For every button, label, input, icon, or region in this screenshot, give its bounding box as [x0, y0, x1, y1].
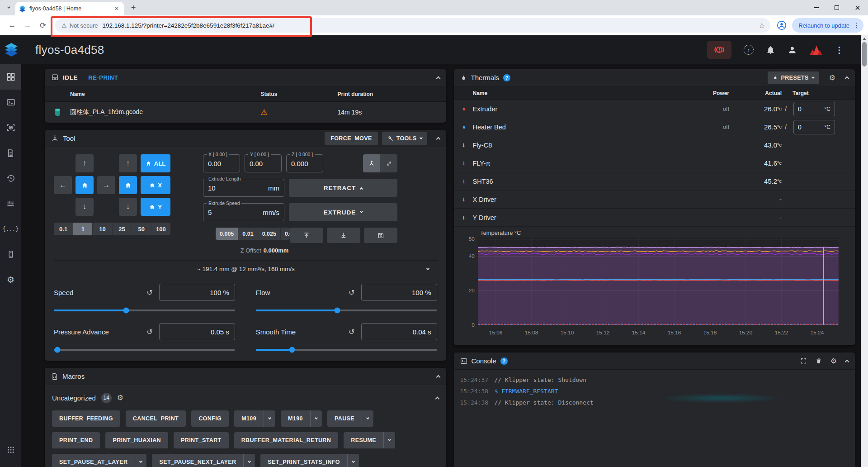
update-icon[interactable]: ↑	[744, 45, 754, 55]
user-icon[interactable]	[788, 45, 797, 55]
home-z-button[interactable]	[119, 176, 137, 194]
brand-logo-icon[interactable]	[809, 44, 823, 55]
thermals-settings-gear-icon[interactable]: ⚙	[829, 74, 835, 81]
z-offset-up-icon[interactable]	[290, 228, 323, 243]
sidebar-item-configure[interactable]: {...}	[0, 216, 21, 242]
target-value[interactable]: 0	[798, 105, 825, 113]
target-temperature-input[interactable]: 0°C	[793, 102, 835, 116]
forward-icon[interactable]: →	[21, 19, 34, 32]
jog-y-minus-button[interactable]: ↓	[75, 198, 94, 216]
sidebar-item-console[interactable]	[0, 90, 21, 115]
reset-icon[interactable]: ↺	[349, 288, 354, 297]
home-x-button[interactable]: X	[141, 176, 170, 194]
thermal-row[interactable]: Fly-C843.0°c	[454, 136, 855, 154]
status-panel-header[interactable]: IDLE RE-PRINT	[45, 69, 446, 86]
thermal-row[interactable]: Extruderoff26.0°c/0°C	[454, 100, 855, 118]
console-output[interactable]: 15:24:37// Klipper state: Shutdown15:24:…	[454, 370, 855, 467]
thermal-row[interactable]: SHT3645.2°c	[454, 172, 855, 191]
sidebar-item-dashboard[interactable]	[0, 64, 21, 90]
app-logo[interactable]	[4, 43, 19, 57]
collapse-icon[interactable]	[436, 137, 440, 142]
extrude-button[interactable]: EXTRUDE	[289, 203, 397, 221]
increment-option[interactable]: 0.1	[54, 223, 73, 235]
browser-menu-icon[interactable]: ⋮	[853, 21, 860, 29]
target-temperature-input[interactable]: 0°C	[793, 120, 835, 134]
sidebar-item-preview[interactable]	[0, 115, 21, 140]
jog-x-plus-button[interactable]: →	[97, 176, 115, 194]
increment-option[interactable]: 25	[113, 223, 132, 235]
slider-thumb[interactable]	[335, 308, 340, 314]
extrude-length-field[interactable]: Extrude Length 10 mm	[203, 179, 284, 197]
extrude-speed-field[interactable]: Extrude Speed 5 mm/s	[203, 203, 284, 221]
macro-dropdown-icon[interactable]	[383, 432, 395, 448]
browser-tab[interactable]: flyos-0a4d58 | Home ✕	[15, 2, 124, 15]
collapse-icon[interactable]	[436, 375, 440, 380]
macro-button[interactable]: BUFFER_FEEDING	[52, 410, 120, 427]
reset-icon[interactable]: ↺	[146, 288, 152, 297]
slider-thumb[interactable]	[289, 347, 295, 353]
scrollbar-up-arrow[interactable]	[863, 38, 866, 40]
overflow-menu-icon[interactable]: ⋮	[835, 45, 844, 55]
macro-button[interactable]: PRINT_END	[52, 432, 100, 448]
slider-value-input[interactable]: 100 %	[159, 284, 235, 301]
console-panel-header[interactable]: Console ? ⚙	[454, 353, 855, 370]
home-y-button[interactable]: Y	[141, 198, 170, 216]
jog-y-plus-button[interactable]: ↑	[75, 154, 94, 172]
not-secure-chip[interactable]: ⚠ Not secure	[61, 22, 98, 29]
increment-option[interactable]: 100	[151, 223, 170, 235]
increment-option[interactable]: 50	[132, 223, 151, 235]
collapse-icon[interactable]	[845, 76, 849, 81]
window-close-button[interactable]: ✕	[847, 0, 868, 15]
collapse-icon[interactable]	[845, 360, 849, 364]
thermal-row[interactable]: Y Driver-	[454, 209, 855, 227]
bookmark-star-icon[interactable]: ☆	[759, 21, 765, 30]
fullscreen-icon[interactable]	[800, 357, 807, 364]
sidebar-item-tune[interactable]	[0, 191, 21, 216]
emergency-stop-button[interactable]	[707, 41, 731, 59]
slider-track[interactable]	[256, 349, 437, 351]
slider-track[interactable]	[54, 310, 235, 311]
macro-dropdown-icon[interactable]	[264, 410, 275, 427]
url-text[interactable]: 192.168.1.125/?printer=24282e5f2b8e6591e…	[103, 22, 759, 29]
z-offset-save-icon[interactable]	[364, 228, 397, 243]
macro-dropdown-icon[interactable]	[310, 410, 322, 427]
collapse-icon[interactable]	[436, 76, 440, 81]
presets-button[interactable]: PRESETS	[768, 71, 819, 84]
window-minimize-button[interactable]	[806, 0, 826, 15]
z-offset-option[interactable]: 0.01	[238, 228, 258, 240]
table-row[interactable]: 圆柱体_PLA_1h9m.gcode ⚠ 14m 19s	[45, 102, 446, 123]
macro-settings-gear-icon[interactable]: ⚙	[117, 394, 123, 401]
macro-button[interactable]: SET_PAUSE_NEXT_LAYER	[152, 454, 255, 467]
increment-option[interactable]: 1	[73, 223, 93, 235]
apps-grid-icon[interactable]	[0, 437, 21, 462]
thermals-panel-header[interactable]: Thermals ? PRESETS ⚙	[454, 69, 855, 86]
tool-panel-header[interactable]: Tool FORCE_MOVE TOOLS	[45, 130, 446, 147]
macro-button[interactable]: PRINT_START	[174, 432, 229, 448]
macro-button[interactable]: RBUFFER_MATERIAL_RETURN	[234, 432, 339, 448]
macro-category-row[interactable]: Uncategorized 14 ⚙	[52, 391, 439, 405]
macro-dropdown-icon[interactable]	[135, 454, 146, 467]
back-icon[interactable]: ←	[5, 19, 19, 32]
sidebar-item-settings[interactable]: ⚙	[0, 267, 21, 292]
z-offset-option[interactable]: 0.05	[281, 228, 290, 240]
relative-position-icon[interactable]	[380, 154, 397, 172]
increment-option[interactable]: 10	[93, 223, 112, 235]
help-icon[interactable]: ?	[503, 74, 510, 81]
macro-button[interactable]: CONFIG	[191, 410, 229, 427]
jog-z-minus-button[interactable]: ↓	[119, 198, 137, 216]
macro-button[interactable]: RESUME	[344, 432, 395, 448]
z-offset-option[interactable]: 0.005	[216, 228, 238, 240]
macros-panel-header[interactable]: Macros	[45, 368, 446, 385]
macro-dropdown-icon[interactable]	[347, 454, 359, 467]
slider-track[interactable]	[256, 310, 437, 311]
window-maximize-button[interactable]	[826, 0, 847, 15]
slider-value-input[interactable]: 0.05 s	[159, 323, 235, 340]
force-move-button[interactable]: FORCE_MOVE	[325, 132, 378, 145]
absolute-position-icon[interactable]	[363, 154, 380, 172]
reload-icon[interactable]: ⟳	[36, 19, 50, 32]
y-position-field[interactable]: Y [ 0.00 ] 0.00	[245, 154, 282, 172]
sidebar-item-history[interactable]	[0, 166, 21, 191]
z-offset-option[interactable]: 0.025	[258, 228, 281, 240]
help-icon[interactable]: ?	[500, 357, 508, 365]
relaunch-button[interactable]: Relaunch to update ⋮	[792, 18, 863, 33]
